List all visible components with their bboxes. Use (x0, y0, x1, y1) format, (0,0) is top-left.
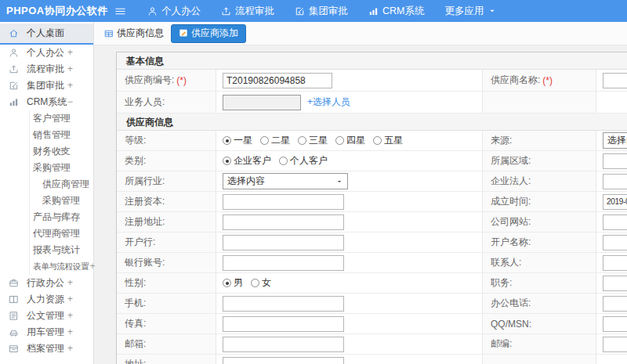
sidebar-item-label: 报表与统计 (33, 244, 80, 255)
field-label: QQ/MSN: (483, 314, 596, 333)
company-website-input[interactable] (603, 214, 627, 230)
job-title-input[interactable] (603, 276, 627, 291)
bank-account-input[interactable] (223, 255, 344, 271)
sidebar-item-group-approval[interactable]: 集团审批+ (0, 77, 93, 94)
sidebar-item-human-resources[interactable]: 人力资源+ (0, 291, 93, 308)
sidebar-item-agent-mgmt[interactable]: 代理商管理+ (0, 225, 93, 242)
top-nav-workflow-approval[interactable]: 流程审批 (211, 0, 285, 22)
level-option[interactable]: 三星 (298, 134, 328, 147)
content-area: 基本信息供应商编号:(*)供应商名称:(*)业务人员:+选择人员供应商信息等级:… (94, 45, 627, 364)
field-cell (216, 355, 483, 364)
expand-plus-icon[interactable]: + (60, 209, 65, 225)
tab-supplier-info[interactable]: 供应商信息 (104, 27, 164, 40)
founding-date-input[interactable] (603, 194, 627, 210)
radio-unchecked-icon[interactable] (279, 157, 288, 165)
expand-plus-icon[interactable]: + (60, 225, 65, 242)
sidebar-item-finance-mgmt[interactable]: 财务收支+ (0, 143, 93, 160)
level-option[interactable]: 一星 (223, 134, 252, 147)
source-select[interactable]: 选择内容 (603, 132, 627, 149)
expand-plus-icon[interactable]: + (67, 341, 73, 357)
level-radio-group: 一星二星三星四星五星 (223, 134, 403, 147)
level-option[interactable]: 二星 (260, 134, 290, 147)
contact-person-input[interactable] (603, 255, 627, 271)
label-text: 银行账号: (125, 256, 165, 269)
top-nav-group-approval[interactable]: 集团审批 (285, 0, 358, 22)
gender-option[interactable]: 男 (223, 276, 243, 290)
top-nav-label: 流程审批 (235, 5, 274, 18)
sidebar-item-archive-mgmt[interactable]: 档案管理+ (0, 341, 93, 357)
expand-plus-icon[interactable]: + (60, 110, 65, 127)
account-name-input[interactable] (603, 235, 627, 250)
email-input[interactable] (223, 337, 344, 352)
expand-plus-icon[interactable]: + (67, 77, 73, 94)
bank-branch-input[interactable] (223, 235, 344, 250)
sidebar-item-supplier-mgmt[interactable]: 供应商管理 (0, 176, 93, 193)
expand-plus-icon[interactable]: + (67, 275, 73, 291)
top-nav-crm-system[interactable]: CRM系统 (358, 0, 434, 22)
supplier-name-input[interactable] (603, 73, 627, 88)
level-option[interactable]: 五星 (373, 134, 403, 147)
expand-plus-icon[interactable]: + (67, 324, 73, 341)
qq-msn-input[interactable] (603, 316, 627, 332)
sidebar-item-document-mgmt[interactable]: 公文管理+ (0, 308, 93, 324)
level-option[interactable]: 四星 (335, 134, 365, 147)
sidebar-item-customer-mgmt[interactable]: 客户管理+ (0, 110, 93, 127)
radio-unchecked-icon[interactable] (251, 279, 259, 287)
mobile-input[interactable] (223, 296, 344, 312)
fax-input[interactable] (223, 316, 344, 332)
expand-plus-icon[interactable]: + (60, 127, 65, 143)
hamburger-menu-icon[interactable] (114, 5, 126, 17)
address-input[interactable] (223, 357, 344, 364)
sidebar-item-sales-mgmt[interactable]: 销售管理+ (0, 127, 93, 143)
sidebar-item-purchase-mgmt[interactable]: 采购管理 (0, 193, 93, 209)
zip-code-input[interactable] (603, 337, 627, 352)
expand-plus-icon[interactable]: + (67, 308, 73, 324)
office-phone-input[interactable] (603, 296, 627, 312)
sidebar-item-workflow-approval[interactable]: 流程审批+ (0, 61, 93, 77)
field-label: 邮箱: (117, 334, 216, 354)
radio-unchecked-icon[interactable] (298, 136, 306, 145)
field-label: 职务: (483, 273, 596, 293)
expand-plus-icon[interactable]: + (67, 45, 73, 61)
expand-plus-icon[interactable]: + (67, 61, 73, 77)
select-person-link[interactable]: +选择人员 (307, 96, 350, 109)
sidebar-item-product-inventory[interactable]: 产品与库存+ (0, 209, 93, 225)
supplier-code-input[interactable] (223, 73, 332, 88)
radio-unchecked-icon[interactable] (335, 136, 344, 145)
legal-person-input[interactable] (603, 174, 627, 189)
business-staff-input[interactable] (223, 95, 301, 110)
radio-checked-icon[interactable] (223, 279, 231, 287)
category-option[interactable]: 个人客户 (279, 154, 328, 168)
region-input[interactable] (603, 153, 627, 169)
sidebar-item-reports-stats[interactable]: 报表与统计 (0, 242, 93, 258)
radio-unchecked-icon[interactable] (260, 136, 269, 145)
radio-checked-icon[interactable] (223, 157, 231, 165)
gender-option[interactable]: 女 (251, 276, 271, 290)
expand-plus-icon[interactable]: + (60, 143, 65, 160)
top-nav-personal-office[interactable]: 个人办公 (137, 0, 211, 22)
required-marker: (*) (176, 75, 187, 86)
sidebar-item-personal-desktop[interactable]: 个人桌面 (0, 23, 93, 45)
category-option[interactable]: 企业客户 (223, 154, 271, 168)
radio-checked-icon[interactable] (223, 136, 231, 145)
sidebar-item-crm-system[interactable]: CRM系统− (0, 94, 93, 110)
sidebar-item-procurement-mgmt[interactable]: 采购管理− (0, 160, 93, 176)
registered-address-input[interactable] (223, 214, 344, 230)
sidebar-item-personal-office[interactable]: 个人办公+ (0, 45, 93, 61)
form-row: 银行账号:联系人: (117, 253, 627, 273)
sidebar-item-form-flow-settings[interactable]: 表单与流程设置+ (0, 258, 93, 275)
radio-unchecked-icon[interactable] (373, 136, 382, 145)
label-text: 开户行: (125, 236, 155, 249)
sidebar-item-vehicle-mgmt[interactable]: 用车管理+ (0, 324, 93, 341)
expand-plus-icon[interactable]: + (89, 261, 95, 272)
industry-select[interactable]: 选择内容 (223, 173, 348, 189)
expand-plus-icon[interactable]: + (67, 291, 73, 308)
collapse-minus-icon[interactable]: − (67, 94, 73, 110)
sidebar-item-admin-office[interactable]: 行政办公+ (0, 275, 93, 291)
form-row: 邮箱:邮编: (117, 334, 627, 355)
tab-supplier-add[interactable]: 供应商添加 (171, 24, 246, 43)
flow-icon (9, 64, 19, 74)
top-nav-more-apps[interactable]: 更多应用 (434, 0, 507, 22)
registered-capital-input[interactable] (223, 194, 344, 210)
collapse-minus-icon[interactable]: − (60, 160, 65, 176)
